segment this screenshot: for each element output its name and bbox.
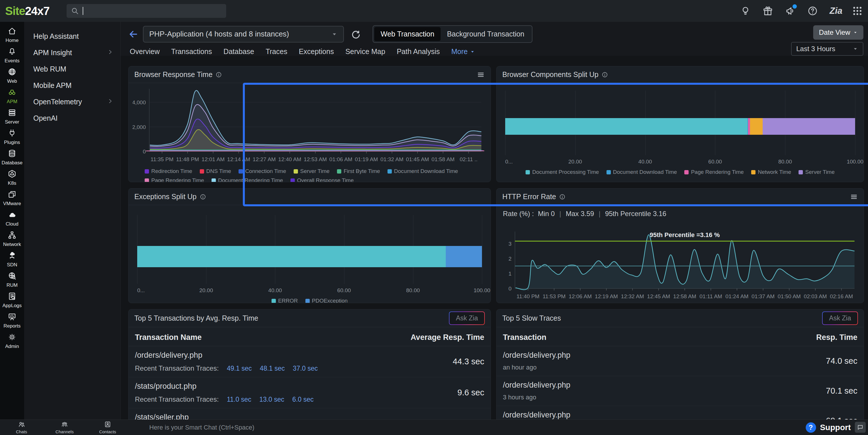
bar-segment-server-time[interactable] — [763, 118, 855, 135]
nav-database[interactable]: Database — [223, 48, 254, 56]
transaction-name[interactable]: /orders/delivery.php — [503, 351, 570, 360]
nav-service-map[interactable]: Service Map — [345, 48, 385, 56]
sidenav-item-help-assistant[interactable]: Help Assistant — [24, 28, 120, 45]
nav-transactions[interactable]: Transactions — [171, 48, 212, 56]
nav-exceptions[interactable]: Exceptions — [299, 48, 334, 56]
hamburger-menu-icon[interactable] — [850, 193, 858, 201]
help-icon[interactable] — [807, 5, 818, 17]
refresh-icon[interactable] — [350, 29, 361, 40]
tab-web-transaction[interactable]: Web Transaction — [374, 27, 441, 41]
nav-traces[interactable]: Traces — [266, 48, 287, 56]
site24x7-logo[interactable]: Site24x7 — [0, 5, 66, 18]
legend-item[interactable]: Document Rendering Time — [212, 177, 283, 182]
gift-icon[interactable] — [763, 5, 773, 17]
date-view-button[interactable]: Date View — [813, 25, 863, 40]
rail-item-database[interactable]: Database — [0, 147, 24, 168]
hamburger-menu-icon[interactable] — [477, 71, 485, 79]
trace-link[interactable]: 37.0 sec — [293, 365, 318, 372]
search-input[interactable] — [67, 4, 226, 18]
rail-item-k8s[interactable]: K8s — [0, 168, 24, 188]
rail-item-plugins[interactable]: Plugins — [0, 127, 24, 147]
transaction-name[interactable]: /stats/product.php — [135, 382, 314, 391]
application-selector[interactable]: PHP-Application (4 hosts and 8 instances… — [143, 26, 344, 42]
column-header[interactable]: Transaction — [503, 333, 547, 342]
rail-item-vmware[interactable]: VMware — [0, 188, 24, 208]
rail-item-cloud[interactable]: Cloud — [0, 208, 24, 229]
info-icon[interactable] — [601, 71, 608, 78]
bottombar-chats[interactable]: Chats — [0, 421, 43, 434]
bar-segment-page-rendering-time[interactable] — [748, 118, 750, 135]
nav-more[interactable]: More — [451, 48, 475, 56]
rail-item-sdn[interactable]: SDN — [0, 249, 24, 269]
trace-link[interactable]: 49.1 sec — [227, 365, 252, 372]
sidenav-item-web-rum[interactable]: Web RUM — [24, 61, 120, 77]
legend-item[interactable]: Server Time — [799, 169, 834, 175]
rail-item-rum[interactable]: RUM — [0, 269, 24, 290]
nav-overview[interactable]: Overview — [130, 48, 160, 56]
legend-item[interactable]: PDOException — [305, 298, 348, 303]
bar-segment-document-processing-time[interactable] — [505, 118, 747, 135]
nav-path-analysis[interactable]: Path Analysis — [397, 48, 440, 56]
bar-segment-pdoexception[interactable] — [446, 246, 482, 267]
sidenav-item-opentelemetry[interactable]: OpenTelemetry — [24, 94, 120, 110]
transaction-name[interactable]: /orders/delivery.php — [503, 411, 570, 419]
legend-item[interactable]: First Byte Time — [337, 168, 380, 174]
info-icon[interactable] — [559, 193, 566, 200]
sidenav-item-apm-insight[interactable]: APM Insight — [24, 45, 120, 61]
legend-item[interactable]: DNS Time — [200, 168, 231, 174]
smart-chat-hint[interactable]: Here is your Smart Chat (Ctrl+Space) — [149, 424, 254, 431]
legend-item[interactable]: Page Rendering Time — [145, 177, 204, 182]
column-header[interactable]: Transaction Name — [135, 333, 202, 342]
legend-item[interactable]: Document Download Time — [388, 168, 458, 174]
rail-item-reports[interactable]: Reports — [0, 310, 24, 331]
zia-icon[interactable]: Zia — [830, 5, 840, 17]
stats-separator: | — [559, 210, 561, 218]
table-row[interactable]: /orders/delivery.phpRecent Transaction T… — [129, 346, 491, 377]
legend-item[interactable]: Overall Response Time — [290, 177, 353, 182]
rail-item-server[interactable]: Server — [0, 106, 24, 127]
legend-item[interactable]: Redirection Time — [145, 168, 192, 174]
rail-item-home[interactable]: Home — [0, 25, 24, 45]
table-row[interactable]: /stats/product.phpRecent Transaction Tra… — [129, 377, 491, 408]
trace-link[interactable]: 11.0 sec — [227, 396, 251, 403]
bar-segment-error[interactable] — [137, 246, 446, 267]
legend-item[interactable]: Page Rendering Time — [684, 169, 744, 175]
info-icon[interactable] — [199, 193, 206, 200]
trace-link[interactable]: 13.0 sec — [259, 396, 284, 403]
legend-item[interactable]: Network Time — [751, 169, 791, 175]
sidenav-item-mobile-apm[interactable]: Mobile APM — [24, 77, 120, 94]
transaction-name[interactable]: /orders/delivery.php — [135, 351, 318, 360]
column-header[interactable]: Average Resp. Time — [410, 333, 484, 342]
ask-zia-button[interactable]: Ask Zia — [822, 312, 858, 325]
chat-corner-icon[interactable] — [855, 422, 866, 433]
legend-item[interactable]: Server Time — [293, 168, 330, 174]
rail-item-web[interactable]: Web — [0, 65, 24, 86]
megaphone-icon[interactable] — [785, 5, 796, 17]
bulb-icon[interactable] — [740, 5, 751, 17]
tab-background-transaction[interactable]: Background Transaction — [441, 27, 531, 41]
legend-item[interactable]: ERROR — [272, 298, 298, 303]
rail-item-network[interactable]: Network — [0, 229, 24, 249]
back-arrow-icon[interactable] — [128, 29, 138, 39]
apps-grid-icon[interactable] — [852, 5, 863, 17]
table-row[interactable]: /orders/delivery.php3 hours ago70.1 sec — [497, 376, 864, 406]
bottombar-channels[interactable]: Channels — [43, 421, 86, 434]
legend-item[interactable]: Document Download Time — [607, 169, 677, 175]
bar-segment-network-time[interactable] — [750, 118, 763, 135]
rail-item-events[interactable]: Events — [0, 45, 24, 65]
table-row[interactable]: /orders/delivery.phpan hour ago74.0 sec — [497, 346, 864, 376]
rail-item-apm[interactable]: APM — [0, 86, 24, 106]
ask-zia-button[interactable]: Ask Zia — [449, 312, 485, 325]
trace-link[interactable]: 6.0 sec — [292, 396, 313, 403]
column-header[interactable]: Resp. Time — [816, 333, 857, 342]
bottombar-contacts[interactable]: Contacts — [86, 421, 129, 434]
transaction-name[interactable]: /orders/delivery.php — [503, 381, 570, 389]
time-range-select[interactable]: Last 3 Hours — [791, 42, 863, 56]
trace-link[interactable]: 48.1 sec — [260, 365, 285, 372]
legend-item[interactable]: Document Processing Time — [526, 169, 599, 175]
rail-item-admin[interactable]: Admin — [0, 331, 24, 351]
info-icon[interactable] — [215, 71, 222, 78]
rail-item-applogs[interactable]: AppLogs — [0, 290, 24, 310]
legend-item[interactable]: Connection Time — [239, 168, 286, 174]
sidenav-item-openai[interactable]: OpenAI — [24, 110, 120, 126]
